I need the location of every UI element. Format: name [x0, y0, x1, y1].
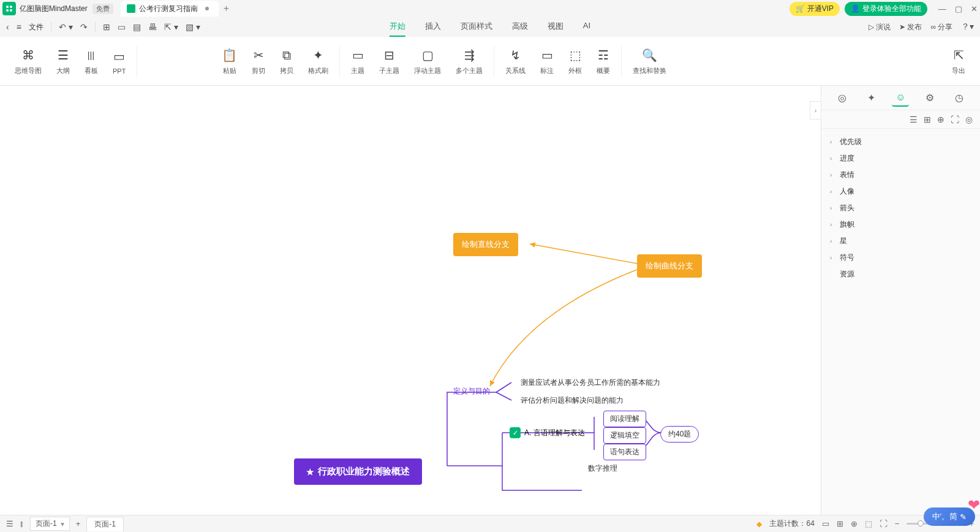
grid-view-icon[interactable]: ⊞ — [924, 115, 931, 124]
copy-button[interactable]: ⧉拷贝 — [273, 37, 301, 85]
cut-button[interactable]: ✂剪切 — [244, 37, 273, 85]
category-emoji[interactable]: ›表情 — [830, 167, 971, 183]
node-def1[interactable]: 测量应试者从事公务员工作所需的基本能力 — [521, 378, 660, 388]
add-page-button[interactable]: + — [76, 519, 81, 528]
help-button[interactable]: ？▾ — [961, 21, 974, 32]
node-a1[interactable]: 阅读理解 — [603, 411, 646, 427]
panel-tab-settings[interactable]: ⚙ — [921, 89, 938, 107]
node-number-reasoning[interactable]: 数字推理 — [588, 463, 617, 474]
category-star[interactable]: ›星 — [830, 233, 971, 249]
sb-icon2[interactable]: ⫿ — [20, 519, 24, 528]
page-tab[interactable]: 页面-1 — [86, 517, 124, 531]
view-ppt[interactable]: ▭PPT — [105, 37, 133, 85]
note-button[interactable]: ▭标注 — [533, 37, 561, 85]
publish-button[interactable]: ➤发布 — [899, 22, 922, 32]
tab-view[interactable]: 视图 — [548, 17, 564, 37]
topic-button[interactable]: ▭主题 — [344, 37, 372, 85]
node-a-count[interactable]: 约40题 — [660, 426, 699, 443]
node-section-a[interactable]: ✓ A. 言语理解与表达 — [510, 427, 585, 438]
multi-topic-button[interactable]: ⇶多个主题 — [448, 37, 490, 85]
summary-button[interactable]: ☶概要 — [589, 37, 617, 85]
add-button[interactable]: ⊞ — [103, 22, 110, 32]
outline-icon: ☰ — [58, 47, 69, 64]
category-people[interactable]: ›人像 — [830, 183, 971, 200]
share-button[interactable]: ∞分享 — [930, 22, 952, 32]
node-a2[interactable]: 逻辑填空 — [603, 427, 646, 444]
list-view-icon[interactable]: ☰ — [910, 115, 918, 124]
tab-ai[interactable]: AI — [583, 17, 590, 37]
view-kanban[interactable]: ⫼看板 — [77, 37, 105, 85]
panel-tab-style[interactable]: ◎ — [834, 89, 851, 107]
undo-button[interactable]: ↶ ▾ — [59, 22, 73, 32]
panel-tab-ai[interactable]: ✦ — [863, 89, 880, 107]
canvas[interactable]: 绘制直线分支 绘制曲线分支 定义与目的 测量应试者从事公务员工作所需的基本能力 … — [0, 86, 821, 515]
floating-node-straight[interactable]: 绘制直线分支 — [453, 233, 518, 256]
paste-button[interactable]: 📋粘贴 — [214, 37, 244, 85]
node-a3[interactable]: 语句表达 — [603, 444, 646, 460]
node-def-target[interactable]: 定义与目的 — [453, 386, 490, 397]
sb-view4[interactable]: ⬚ — [865, 519, 872, 528]
subtopic-button[interactable]: ⊟子主题 — [372, 37, 407, 85]
file-menu[interactable]: 文件 — [29, 22, 43, 32]
category-priority[interactable]: ›优先级 — [830, 134, 971, 150]
multi-icon: ⇶ — [464, 47, 475, 64]
tab-page-style[interactable]: 页面样式 — [461, 17, 492, 37]
minimize-button[interactable]: — — [938, 4, 946, 13]
present-button[interactable]: ▷演说 — [869, 22, 891, 32]
print-button[interactable]: 🖶 — [148, 22, 157, 32]
titlebar: 亿图脑图MindMaster 免费 公考行测复习指南 + 🛒开通VIP 👤登录体… — [0, 0, 980, 17]
export-icon: ⇱ — [954, 47, 964, 64]
redo-button[interactable]: ↷ — [80, 22, 88, 32]
floating-node-curve[interactable]: 绘制曲线分支 — [637, 254, 702, 278]
tab-insert[interactable]: 插入 — [425, 17, 441, 37]
share-menu-button[interactable]: ▧ ▾ — [186, 22, 200, 32]
vip-button[interactable]: 🛒开通VIP — [790, 2, 840, 16]
maximize-button[interactable]: ▢ — [955, 4, 962, 13]
sb-fit[interactable]: ⛶ — [880, 519, 888, 528]
boundary-button[interactable]: ⬚外框 — [561, 37, 589, 85]
back-button[interactable]: ‹ — [6, 22, 9, 32]
open-button[interactable]: ▭ — [118, 22, 126, 32]
relation-button[interactable]: ↯关系线 — [498, 37, 533, 85]
panel-tab-history[interactable]: ◷ — [951, 89, 968, 107]
category-flag[interactable]: ›旗帜 — [830, 216, 971, 233]
target-icon[interactable]: ◎ — [965, 115, 973, 124]
sb-icon1[interactable]: ☰ — [6, 519, 13, 528]
floating-topic-button[interactable]: ▢浮动主题 — [407, 37, 448, 85]
panel-collapse-button[interactable]: › — [810, 101, 821, 120]
tab-advanced[interactable]: 高级 — [512, 17, 528, 37]
view-mindmap[interactable]: ⌘思维导图 — [7, 37, 49, 85]
category-arrow[interactable]: ›箭头 — [830, 200, 971, 216]
sb-view3[interactable]: ⊕ — [851, 519, 858, 528]
doc-icon — [127, 4, 135, 13]
sb-view1[interactable]: ▭ — [822, 519, 829, 528]
central-topic[interactable]: ★ 行政职业能力测验概述 — [294, 458, 422, 485]
category-resource[interactable]: ›资源 — [830, 266, 971, 283]
export-button[interactable]: ⇱导出 — [944, 37, 973, 85]
expand-icon[interactable]: ⛶ — [951, 115, 959, 124]
tab-start[interactable]: 开始 — [390, 17, 405, 37]
star-icon: ★ — [306, 467, 314, 477]
zoom-out-button[interactable]: − — [895, 519, 900, 528]
category-progress[interactable]: ›进度 — [830, 150, 971, 167]
main-menu-tabs: 开始 插入 页面样式 高级 视图 AI — [390, 17, 590, 37]
category-symbol[interactable]: ›符号 — [830, 249, 971, 266]
add-icon[interactable]: ⊕ — [937, 115, 944, 124]
document-tab[interactable]: 公考行测复习指南 — [121, 1, 219, 17]
panel-view-icons: ☰ ⊞ ⊕ ⛶ ◎ — [821, 110, 980, 129]
save-button[interactable]: ▤ — [133, 22, 141, 32]
close-button[interactable]: ✕ — [971, 4, 978, 13]
view-outline[interactable]: ☰大纲 — [49, 37, 77, 85]
export-button[interactable]: ⇱ ▾ — [164, 22, 178, 32]
panel-tab-icons[interactable]: ☺ — [892, 89, 909, 107]
login-button[interactable]: 👤登录体验全部功能 — [845, 2, 927, 16]
svg-rect-0 — [6, 6, 9, 8]
page-selector[interactable]: 页面-1▾ — [30, 517, 70, 531]
menu-icon[interactable]: ≡ — [17, 22, 21, 32]
sb-view2[interactable]: ⊞ — [837, 519, 843, 528]
free-badge: 免费 — [92, 4, 113, 14]
format-button[interactable]: ✦格式刷 — [301, 37, 336, 85]
new-tab-button[interactable]: + — [224, 3, 229, 14]
find-replace-button[interactable]: 🔍查找和替换 — [625, 37, 674, 85]
node-def2[interactable]: 评估分析问题和解决问题的能力 — [521, 395, 624, 406]
